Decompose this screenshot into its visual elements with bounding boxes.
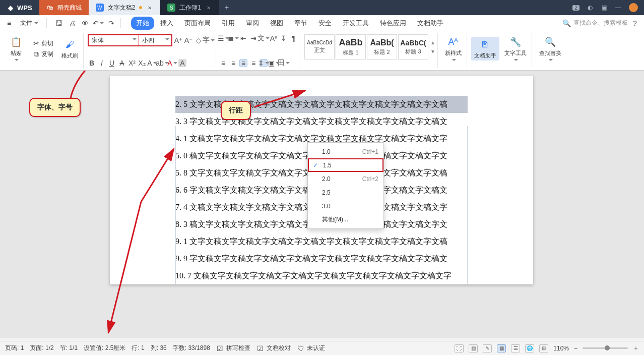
sb-section[interactable]: 节: 1/1: [60, 344, 78, 352]
ribbon-tab-developer[interactable]: 开发工具: [338, 17, 374, 30]
page-view-icon[interactable]: ▦: [497, 344, 506, 352]
line-spacing-option[interactable]: 其他(M)...: [308, 213, 383, 226]
bullets-icon[interactable]: ☰: [219, 34, 227, 42]
help-icon[interactable]: ?: [631, 19, 639, 27]
zoom-value[interactable]: 110%: [553, 345, 569, 352]
find-replace-button[interactable]: 🔍查找替换: [536, 34, 564, 63]
sb-chars[interactable]: 字数: 33/1898: [173, 344, 210, 352]
editor-area[interactable]: 2. 5 文字文稿文字文稿文字文稿文字文稿文字文稿文字文稿文字文稿文字文稿3. …: [0, 71, 644, 338]
redo-icon[interactable]: ↷: [107, 19, 115, 27]
sb-col[interactable]: 列: 36: [151, 344, 167, 352]
sb-page[interactable]: 页面: 1/2: [30, 344, 53, 352]
sb-row[interactable]: 行: 1: [132, 344, 144, 352]
tab-store[interactable]: 🛍 稻壳商城: [39, 0, 89, 15]
grow-font-icon[interactable]: A⁺: [174, 36, 182, 44]
save-icon[interactable]: 🖫: [55, 19, 63, 27]
search-icon[interactable]: 🔍: [562, 19, 570, 27]
sb-auth[interactable]: 🛡未认证: [297, 344, 325, 352]
reading-view-icon[interactable]: ▥: [469, 344, 478, 352]
ribbon-tab-review[interactable]: 审阅: [241, 17, 264, 30]
strikethrough-icon[interactable]: A: [118, 59, 126, 67]
tab-workbook[interactable]: S 工作簿1 ✕: [160, 0, 219, 15]
ribbon-tab-home[interactable]: 开始: [131, 17, 154, 30]
document-line[interactable]: 3. 3 字文稿文字文稿文字文稿文字文稿文字文稿文字文稿文字文稿文字文稿文: [175, 113, 468, 130]
highlight-icon[interactable]: ab: [158, 59, 166, 67]
shrink-font-icon[interactable]: A⁻: [184, 36, 192, 44]
clear-format-icon[interactable]: ◇: [195, 36, 203, 44]
text-tools-button[interactable]: 🔧文字工具: [501, 34, 530, 63]
web-view-icon[interactable]: 🌐: [525, 344, 534, 352]
minimize-icon[interactable]: —: [615, 4, 622, 11]
align-left-icon[interactable]: ≡: [219, 59, 227, 67]
style-heading1[interactable]: AaBb标题 1: [336, 34, 366, 60]
zoom-in-icon[interactable]: ＋: [633, 344, 639, 352]
asian-layout-icon[interactable]: Aᵃ: [270, 34, 278, 42]
outline-view-icon[interactable]: ☰: [511, 344, 520, 352]
ribbon-tab-insert[interactable]: 插入: [155, 17, 178, 30]
cut-button[interactable]: ✂剪切: [30, 38, 55, 49]
ribbon-tab-view[interactable]: 视图: [265, 17, 288, 30]
paste-button[interactable]: 📋 粘贴: [5, 34, 27, 63]
new-tab-button[interactable]: ＋: [219, 3, 234, 12]
align-right-icon[interactable]: ≡: [239, 59, 247, 67]
search-input[interactable]: 查找命令、搜索模板: [573, 19, 628, 27]
line-spacing-option[interactable]: 2.5: [308, 186, 383, 199]
fullscreen-icon[interactable]: ⛶: [455, 344, 464, 352]
sort-icon[interactable]: ↧: [280, 34, 288, 42]
copy-button[interactable]: ⧉复制: [30, 49, 55, 60]
italic-icon[interactable]: I: [98, 59, 106, 67]
sb-setting[interactable]: 设置值: 2.5厘米: [84, 344, 125, 352]
char-shading-icon[interactable]: A: [178, 59, 186, 67]
phonetic-guide-icon[interactable]: 字: [205, 36, 213, 44]
layout-icon[interactable]: ▣: [601, 4, 608, 11]
style-heading2[interactable]: AaBb(标题 2: [367, 34, 397, 60]
font-size-select[interactable]: 小四: [139, 35, 171, 45]
align-justify-icon[interactable]: ≡: [249, 59, 257, 67]
shading-icon[interactable]: ▣: [270, 59, 278, 67]
line-spacing-option[interactable]: 3.0: [308, 199, 383, 213]
line-spacing-icon[interactable]: ⇕: [260, 59, 268, 67]
undo-icon[interactable]: ↶: [94, 19, 102, 27]
format-painter-button[interactable]: 🖌 格式刷: [58, 37, 81, 61]
ribbon-tab-special[interactable]: 特色应用: [375, 17, 411, 30]
document-line[interactable]: 9. 1 文字文稿文字文稿文字文稿文字文稿文字文稿文字文稿文字文稿文字文稿: [175, 233, 468, 250]
notification-badge[interactable]: 2: [572, 5, 579, 11]
text-effect-icon[interactable]: A: [148, 59, 156, 67]
bold-icon[interactable]: B: [88, 59, 96, 67]
sb-spellcheck[interactable]: ☑拼写检查: [216, 344, 250, 352]
tab-document-active[interactable]: W 文字文稿2 ✕: [89, 0, 161, 15]
superscript-icon[interactable]: X²: [128, 59, 136, 67]
text-direction-icon[interactable]: 文: [260, 34, 268, 42]
zoom-out-icon[interactable]: −: [574, 345, 577, 352]
show-marks-icon[interactable]: ¶: [290, 34, 298, 42]
ribbon-tab-section[interactable]: 章节: [289, 17, 312, 30]
close-icon[interactable]: ✕: [205, 4, 212, 11]
hamburger-icon[interactable]: ≡: [5, 19, 13, 27]
document-line[interactable]: 2. 5 文字文稿文字文稿文字文稿文字文稿文字文稿文字文稿文字文稿文字文稿: [175, 96, 468, 113]
numbering-icon[interactable]: ≣: [229, 34, 237, 42]
increase-indent-icon[interactable]: ⇥: [249, 34, 257, 42]
style-normal[interactable]: AaBbCcDd正文: [304, 34, 335, 60]
document-line[interactable]: 9. 9 字文稿文字文稿文字文稿文字文稿文字文稿文字文稿文字文稿文字文稿文: [175, 250, 468, 267]
new-style-button[interactable]: Aᴬ新样式: [442, 34, 465, 63]
ribbon-tab-doc-helper[interactable]: 文档助手: [412, 17, 448, 30]
sb-proof[interactable]: ☑文档校对: [256, 344, 291, 352]
borders-icon[interactable]: 田: [280, 59, 288, 67]
style-gallery-scroll[interactable]: ▴▾: [430, 39, 435, 55]
doc-helper-button[interactable]: 🗎文档助手: [471, 37, 499, 61]
align-center-icon[interactable]: ≡: [229, 59, 237, 67]
document-line[interactable]: 10. 7 文稿文字文稿文字文稿文字文稿文字文稿文字文稿文字文稿文字文稿文字: [175, 267, 468, 284]
zoom-fit-icon[interactable]: ⊞: [539, 344, 548, 352]
ribbon-tab-security[interactable]: 安全: [313, 17, 337, 30]
line-spacing-option[interactable]: 1.5: [308, 158, 383, 172]
zoom-slider[interactable]: [583, 347, 628, 349]
line-spacing-option[interactable]: 1.0Ctrl+1: [308, 145, 383, 158]
edit-mode-icon[interactable]: ✎: [483, 344, 492, 352]
decrease-indent-icon[interactable]: ⇤: [239, 34, 247, 42]
style-heading3[interactable]: AaBbC(标题 3: [398, 34, 428, 60]
underline-icon[interactable]: U: [108, 59, 116, 67]
sb-page-number[interactable]: 页码: 1: [5, 344, 24, 352]
file-menu[interactable]: 文件: [17, 18, 41, 28]
print-icon[interactable]: 🖨: [68, 19, 76, 27]
ribbon-tab-page-layout[interactable]: 页面布局: [179, 17, 216, 30]
